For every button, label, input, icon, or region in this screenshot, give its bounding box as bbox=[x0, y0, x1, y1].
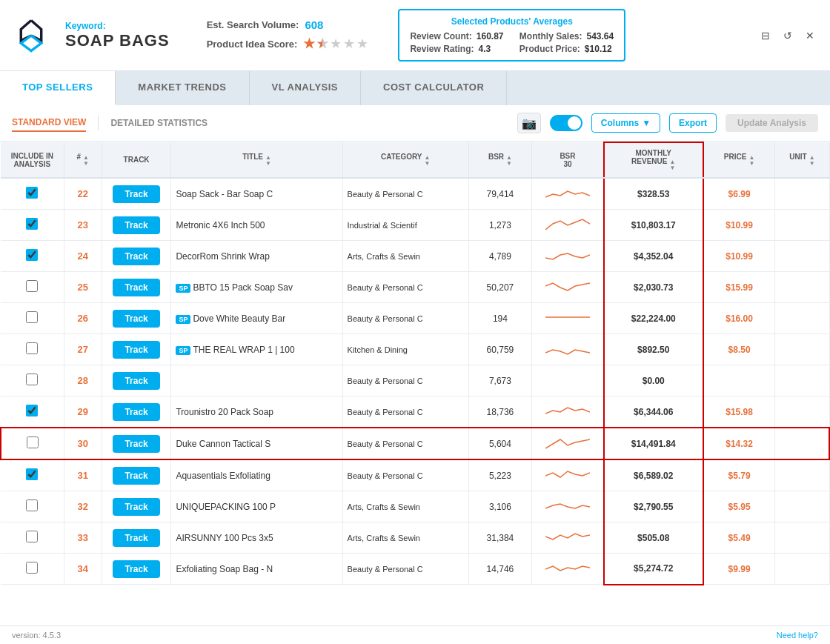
track-button[interactable]: Track bbox=[113, 498, 160, 516]
include-checkbox[interactable] bbox=[26, 249, 38, 261]
unit-cell bbox=[775, 178, 829, 210]
table-row: 33TrackAIRSUNNY 100 Pcs 3x5Arts, Crafts … bbox=[1, 522, 829, 554]
revenue-cell: $2,030.73 bbox=[604, 272, 703, 303]
table-row: 24TrackDecorRom Shrink WrapArts, Crafts … bbox=[1, 241, 829, 272]
toggle-switch[interactable] bbox=[550, 115, 582, 131]
camera-button[interactable]: 📷 bbox=[517, 113, 541, 133]
columns-button[interactable]: Columns ▼ bbox=[591, 113, 660, 133]
track-button[interactable]: Track bbox=[113, 403, 160, 421]
export-button[interactable]: Export bbox=[669, 113, 717, 133]
track-button[interactable]: Track bbox=[113, 372, 160, 390]
track-button[interactable]: Track bbox=[113, 248, 160, 265]
main-tabs: TOP SELLERS MARKET TRENDS VL ANALYSIS CO… bbox=[0, 71, 830, 105]
category-cell: Beauty & Personal C bbox=[342, 178, 468, 210]
include-checkbox[interactable] bbox=[26, 499, 38, 511]
bsr-cell: 194 bbox=[468, 303, 531, 334]
include-cell bbox=[1, 491, 64, 522]
bsr-cell: 79,414 bbox=[468, 178, 531, 210]
table-row: 22TrackSoap Sack - Bar Soap CBeauty & Pe… bbox=[1, 178, 829, 210]
bsr30-cell bbox=[532, 491, 604, 522]
track-button[interactable]: Track bbox=[113, 529, 160, 547]
price-cell: $5.49 bbox=[703, 522, 775, 554]
track-cell: Track bbox=[102, 334, 171, 365]
product-idea-score-row: Product Idea Score: ★ ★ ★ ★ ★ ★ bbox=[207, 36, 369, 52]
data-table: INCLUDE INANALYSIS #▲▼ TRACK TITLE▲▼ CAT… bbox=[0, 142, 830, 585]
track-button[interactable]: Track bbox=[113, 279, 160, 296]
revenue-cell: $22,224.00 bbox=[604, 303, 703, 334]
include-checkbox[interactable] bbox=[26, 342, 38, 354]
title-cell: SPDove White Beauty Bar bbox=[171, 303, 342, 334]
standard-view-button[interactable]: STANDARD VIEW bbox=[12, 114, 86, 132]
bsr30-cell bbox=[532, 365, 604, 396]
revenue-cell: $4,352.04 bbox=[604, 241, 703, 272]
title-cell: DecorRom Shrink Wrap bbox=[171, 241, 342, 272]
unit-cell bbox=[775, 303, 829, 334]
tab-vl-analysis[interactable]: VL ANALYSIS bbox=[250, 71, 362, 105]
price-cell: $10.99 bbox=[703, 241, 775, 272]
track-cell: Track bbox=[102, 272, 171, 303]
star-rating: ★ ★ ★ ★ ★ ★ bbox=[303, 36, 368, 52]
row-number: 32 bbox=[64, 491, 102, 522]
col-category: CATEGORY▲▼ bbox=[342, 142, 468, 178]
track-button[interactable]: Track bbox=[113, 435, 160, 453]
revenue-cell: $0.00 bbox=[604, 365, 703, 396]
tab-market-trends[interactable]: MARKET TRENDS bbox=[116, 71, 249, 105]
bsr-cell: 1,273 bbox=[468, 210, 531, 241]
data-table-container[interactable]: INCLUDE INANALYSIS #▲▼ TRACK TITLE▲▼ CAT… bbox=[0, 142, 830, 637]
bsr30-cell bbox=[532, 210, 604, 241]
track-button[interactable]: Track bbox=[113, 216, 160, 234]
include-cell bbox=[1, 459, 64, 491]
unit-cell bbox=[775, 272, 829, 303]
help-link[interactable]: Need help? bbox=[777, 631, 818, 640]
include-checkbox[interactable] bbox=[26, 187, 38, 199]
product-price-row: Product Price: $10.12 bbox=[519, 44, 614, 54]
table-row: 31TrackAquasentials ExfoliatingBeauty & … bbox=[1, 459, 829, 491]
category-cell: Arts, Crafts & Sewin bbox=[342, 241, 468, 272]
version-label: version: 4.5.3 bbox=[12, 631, 61, 640]
track-button[interactable]: Track bbox=[113, 560, 160, 578]
detailed-statistics-button[interactable]: DETAILED STATISTICS bbox=[110, 115, 208, 131]
include-checkbox[interactable] bbox=[26, 531, 38, 542]
include-checkbox[interactable] bbox=[27, 436, 39, 448]
track-button[interactable]: Track bbox=[113, 185, 160, 203]
row-number: 25 bbox=[64, 272, 102, 303]
include-checkbox[interactable] bbox=[26, 311, 38, 323]
table-row: 34TrackExfoliating Soap Bag - NBeauty & … bbox=[1, 554, 829, 585]
track-button[interactable]: Track bbox=[113, 341, 160, 359]
unit-cell bbox=[775, 554, 829, 585]
include-cell bbox=[1, 241, 64, 272]
review-count-row: Review Count: 160.87 bbox=[410, 31, 504, 42]
bsr30-cell bbox=[532, 303, 604, 334]
include-checkbox[interactable] bbox=[26, 218, 38, 230]
tab-top-sellers[interactable]: TOP SELLERS bbox=[0, 71, 116, 105]
revenue-cell: $6,589.02 bbox=[604, 459, 703, 491]
update-analysis-button[interactable]: Update Analysis bbox=[726, 114, 818, 132]
revenue-cell: $2,790.55 bbox=[604, 491, 703, 522]
title-cell: UNIQUEPACKING 100 P bbox=[171, 491, 342, 522]
unit-cell bbox=[775, 522, 829, 554]
include-checkbox[interactable] bbox=[26, 374, 38, 385]
price-cell: $5.95 bbox=[703, 491, 775, 522]
track-cell: Track bbox=[102, 241, 171, 272]
close-button[interactable]: ✕ bbox=[802, 27, 818, 44]
include-checkbox[interactable] bbox=[26, 280, 38, 292]
include-checkbox[interactable] bbox=[26, 405, 38, 416]
unit-cell bbox=[775, 334, 829, 365]
col-track: TRACK bbox=[102, 142, 171, 178]
price-cell: $8.50 bbox=[703, 334, 775, 365]
track-button[interactable]: Track bbox=[113, 310, 160, 328]
bsr-cell: 5,604 bbox=[468, 428, 531, 459]
include-checkbox[interactable] bbox=[26, 468, 38, 480]
track-button[interactable]: Track bbox=[113, 467, 160, 485]
track-cell: Track bbox=[102, 396, 171, 428]
category-cell: Beauty & Personal C bbox=[342, 272, 468, 303]
review-rating-value: 4.3 bbox=[478, 44, 491, 54]
include-checkbox[interactable] bbox=[26, 562, 38, 574]
product-idea-score-label: Product Idea Score: bbox=[207, 39, 298, 50]
restore-button[interactable]: ↺ bbox=[780, 27, 796, 44]
minimize-button[interactable]: ⊟ bbox=[757, 27, 774, 44]
toolbar: STANDARD VIEW DETAILED STATISTICS 📷 Colu… bbox=[0, 105, 830, 142]
product-price-value: $10.12 bbox=[585, 44, 612, 54]
tab-cost-calculator[interactable]: COST CALCULATOR bbox=[361, 71, 507, 105]
row-number: 33 bbox=[64, 522, 102, 554]
